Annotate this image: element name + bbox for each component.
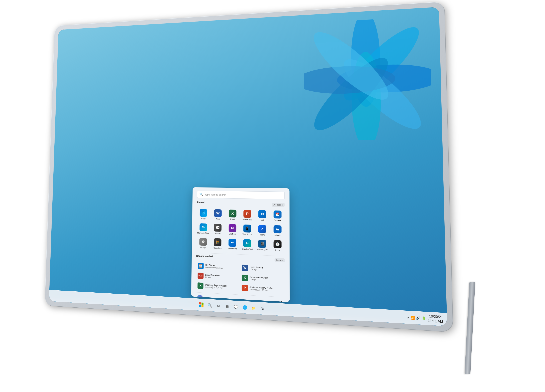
kickstand — [464, 282, 475, 374]
taskbar-start-button[interactable] — [197, 301, 205, 309]
snipping-icon: ✂ — [243, 239, 251, 247]
onenote-icon: N — [229, 224, 236, 232]
rec-brand[interactable]: PDF Brand Guidelines 2h ago — [196, 271, 239, 282]
recommended-label: Recommended — [196, 254, 213, 258]
settings-label: Settings — [200, 246, 206, 249]
calendar-label: Calendar — [274, 219, 281, 222]
payroll-text: Quarterly Payroll Report Yesterday at 4:… — [205, 284, 226, 289]
clock-label: Clock — [275, 249, 280, 252]
wallpaper-bloom — [303, 16, 433, 140]
app-snipping[interactable]: ✂ Snipping Tool — [240, 238, 254, 252]
ppt-icon: P — [243, 210, 251, 218]
store-label: Microsoft Store — [197, 232, 209, 234]
app-excel[interactable]: X Excel — [226, 208, 239, 222]
app-photos[interactable]: 🖼 Photos — [211, 222, 224, 236]
edge-label: Edge — [201, 218, 205, 220]
taskbar-search-button[interactable]: 🔍 — [206, 301, 213, 309]
store-icon: 🛍 — [199, 223, 207, 231]
mail-icon: ✉ — [258, 210, 266, 218]
linkedin-icon: in — [273, 225, 281, 234]
battery-icon[interactable]: 🔋 — [421, 316, 426, 320]
phone-icon: 📱 — [243, 224, 251, 232]
all-apps-arrow: › — [282, 204, 283, 206]
pinned-apps-grid: Edge W Word X Excel — [196, 207, 285, 253]
taskbar-edge-icon: 🌐 — [242, 305, 247, 310]
taskbar-taskview-button[interactable]: ⧉ — [215, 302, 222, 310]
recommended-grid: 🪟 Get Started Welcome to Windows W — [196, 261, 285, 295]
win-logo-q2 — [201, 302, 203, 305]
movies-icon: 🎬 — [258, 240, 266, 248]
excel-label: Excel — [230, 218, 235, 221]
taskbar-chat-button[interactable]: 💬 — [232, 303, 240, 311]
linkedin-label: LinkedIn — [274, 234, 281, 237]
taskbar-explorer-button[interactable]: 📁 — [250, 304, 257, 312]
pinned-label: Pinned — [197, 201, 204, 204]
edge-icon — [200, 209, 207, 217]
app-powerpoint[interactable]: P PowerPoint — [240, 209, 254, 223]
app-store[interactable]: 🛍 Microsoft Store — [197, 222, 210, 236]
app-mail[interactable]: ✉ Mail — [255, 209, 269, 223]
taskbar-widgets-button[interactable]: ▦ — [223, 302, 231, 311]
windows-logo — [199, 302, 203, 307]
rec-adatum[interactable]: P Adatum Company Profile Yesterday at 1:… — [240, 283, 285, 295]
app-yourphone[interactable]: 📱 Your Phone — [240, 223, 254, 237]
get-started-icon: 🪟 — [198, 262, 204, 269]
taskbar-store-button[interactable]: 🛍 — [259, 305, 266, 313]
chevron-up-icon[interactable]: ∧ — [407, 315, 409, 319]
onenote-label: OneNote — [229, 233, 236, 235]
app-calendar[interactable]: 📅 Calendar — [270, 209, 285, 223]
travel-icon: W — [242, 265, 248, 271]
rec-get-started[interactable]: 🪟 Get Started Welcome to Windows — [196, 261, 239, 272]
app-settings[interactable]: ⚙ Settings — [196, 236, 210, 250]
screen: 🔍 Type here to search Pinned All apps › — [49, 7, 447, 326]
excel-icon: X — [229, 210, 236, 218]
app-onenote[interactable]: N OneNote — [225, 223, 239, 237]
more-label: More — [276, 259, 281, 261]
calculator-icon: 🧮 — [214, 238, 221, 246]
expense-icon: X — [242, 274, 248, 281]
all-apps-label: All apps — [273, 203, 281, 206]
all-apps-button[interactable]: All apps › — [272, 203, 285, 207]
photos-label: Photos — [215, 232, 221, 235]
win-logo-q3 — [199, 305, 201, 307]
more-button[interactable]: More › — [274, 258, 285, 262]
ppt-label: PowerPoint — [242, 218, 252, 221]
taskbar-edge-button[interactable]: 🌐 — [241, 303, 248, 311]
start-menu: 🔍 Type here to search Pinned All apps › — [191, 187, 290, 302]
search-bar[interactable]: 🔍 Type here to search — [197, 191, 285, 199]
more-arrow: › — [282, 259, 283, 261]
phone-label: Your Phone — [242, 233, 252, 236]
app-calculator[interactable]: 🧮 Calculator — [211, 237, 224, 251]
travel-text: Travel Itinerary 17m ago — [250, 266, 263, 271]
wifi-icon[interactable]: 📶 — [410, 315, 415, 320]
power-button[interactable]: ⏻ — [278, 299, 285, 302]
taskbar-widgets-icon: ▦ — [225, 304, 229, 309]
app-edge[interactable]: Edge — [197, 207, 210, 221]
adatum-text: Adatum Company Profile Yesterday at 1:15… — [249, 286, 272, 292]
rec-travel[interactable]: W Travel Itinerary 17m ago — [240, 263, 285, 274]
brand-icon: PDF — [198, 272, 204, 279]
taskbar-time-display: 11:11 AM — [428, 319, 443, 324]
todo-icon: ✓ — [258, 225, 266, 233]
movies-label: Movies & TV — [257, 249, 268, 251]
search-icon: 🔍 — [199, 193, 203, 196]
whiteboard-icon: ✏ — [228, 239, 236, 247]
taskbar-explorer-icon: 📁 — [251, 306, 256, 310]
app-movies[interactable]: 🎬 Movies & TV — [255, 238, 269, 253]
volume-icon[interactable]: 🔊 — [416, 316, 420, 320]
taskbar-center: 🔍 ⧉ ▦ 💬 🌐 — [197, 301, 266, 313]
snipping-label: Snipping Tool — [242, 248, 253, 250]
app-word[interactable]: W Word — [211, 208, 225, 222]
app-clock[interactable]: 🕐 Clock — [270, 239, 285, 253]
payroll-icon: X — [197, 282, 203, 289]
app-linkedin[interactable]: in LinkedIn — [270, 224, 285, 238]
device-wrapper: 🔍 Type here to search Pinned All apps › — [22, 4, 523, 388]
app-todo[interactable]: ✓ To Do — [255, 224, 269, 238]
todo-label: To Do — [260, 234, 265, 236]
screen-bezel: 🔍 Type here to search Pinned All apps › — [49, 7, 447, 326]
taskbar-clock[interactable]: 10/20/21 11:11 AM — [427, 314, 443, 324]
search-placeholder: Type here to search — [204, 193, 226, 196]
app-whiteboard[interactable]: ✏ Whiteboard — [225, 237, 239, 252]
rec-payroll[interactable]: X Quarterly Payroll Report Yesterday at … — [196, 281, 239, 292]
rec-expense[interactable]: X Expense Worksheet 12h ago — [240, 273, 285, 284]
